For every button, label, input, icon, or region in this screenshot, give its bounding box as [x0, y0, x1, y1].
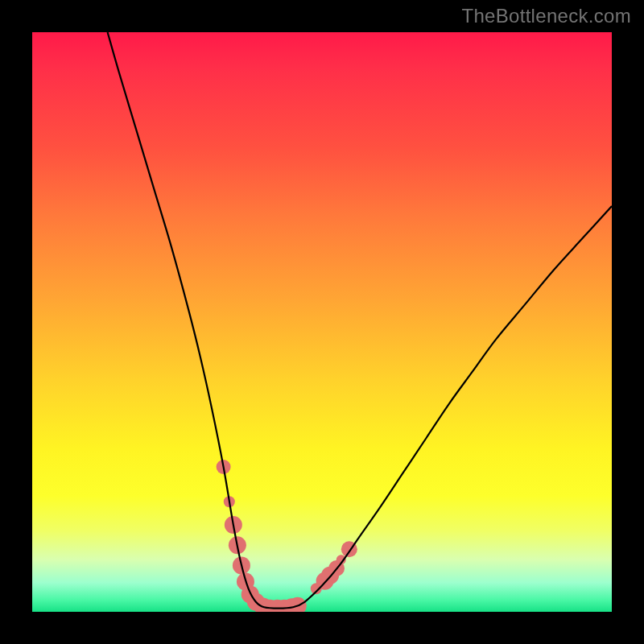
chart-stage: TheBottleneck.com [0, 0, 644, 644]
chart-overlay-svg [32, 32, 612, 612]
watermark-text: TheBottleneck.com [461, 5, 631, 27]
plot-area [32, 32, 612, 612]
bottleneck-curve [108, 32, 612, 609]
marker-group [217, 460, 357, 612]
